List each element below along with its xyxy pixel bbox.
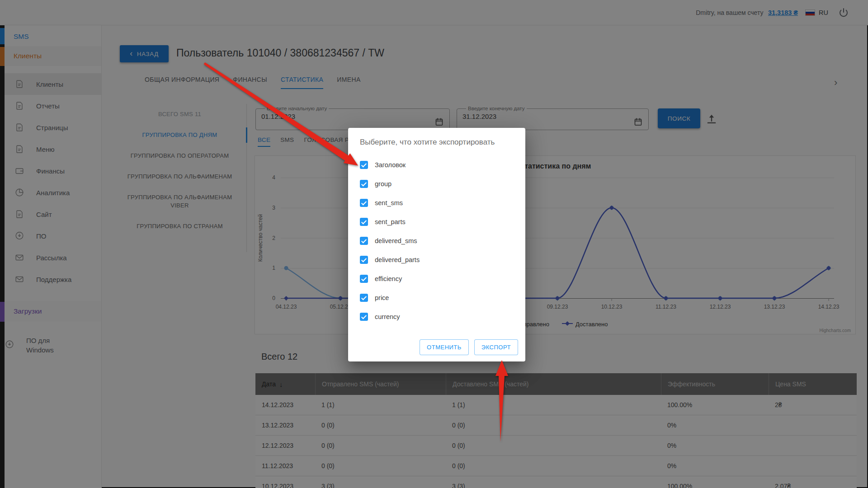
checkbox-checked-icon[interactable] [360, 161, 368, 169]
export-option-label: group [375, 180, 392, 188]
export-option-label: sent_sms [375, 199, 403, 206]
export-option-label: efficiency [375, 275, 402, 282]
export-option-label: delivered_sms [375, 237, 417, 244]
export-option-9[interactable]: currency [360, 311, 514, 322]
export-option-label: sent_parts [375, 218, 406, 225]
export-button[interactable]: ЭКСПОРТ [474, 339, 518, 355]
export-option-2[interactable]: group [360, 178, 514, 189]
export-option-1[interactable]: Заголовок [360, 160, 514, 170]
checkbox-checked-icon[interactable] [360, 275, 368, 283]
export-option-label: currency [375, 313, 400, 320]
export-dialog: Выберите, что хотите экспортировать Заго… [348, 128, 525, 361]
cancel-button[interactable]: ОТМЕНИТЬ [420, 339, 469, 355]
export-dialog-actions: ОТМЕНИТЬ ЭКСПОРТ [420, 339, 518, 355]
app-window: Dmitry, на вашем счету 31,3183 ₴ RU SMS … [0, 0, 868, 488]
checkbox-checked-icon[interactable] [360, 256, 368, 264]
export-option-4[interactable]: sent_parts [360, 216, 514, 227]
checkbox-checked-icon[interactable] [360, 294, 368, 302]
checkbox-checked-icon[interactable] [360, 313, 368, 321]
export-option-6[interactable]: delivered_parts [360, 254, 514, 265]
export-option-label: delivered_parts [375, 256, 420, 263]
export-option-label: Заголовок [375, 161, 406, 169]
checkbox-checked-icon[interactable] [360, 180, 368, 188]
export-option-3[interactable]: sent_sms [360, 197, 514, 208]
export-options-list: Заголовокgroupsent_smssent_partsdelivere… [360, 160, 514, 322]
export-option-5[interactable]: delivered_sms [360, 235, 514, 246]
checkbox-checked-icon[interactable] [360, 199, 368, 207]
export-option-label: price [375, 294, 389, 301]
export-option-8[interactable]: price [360, 292, 514, 303]
checkbox-checked-icon[interactable] [360, 218, 368, 226]
checkbox-checked-icon[interactable] [360, 237, 368, 245]
export-dialog-title: Выберите, что хотите экспортировать [360, 138, 514, 147]
export-option-7[interactable]: efficiency [360, 273, 514, 284]
